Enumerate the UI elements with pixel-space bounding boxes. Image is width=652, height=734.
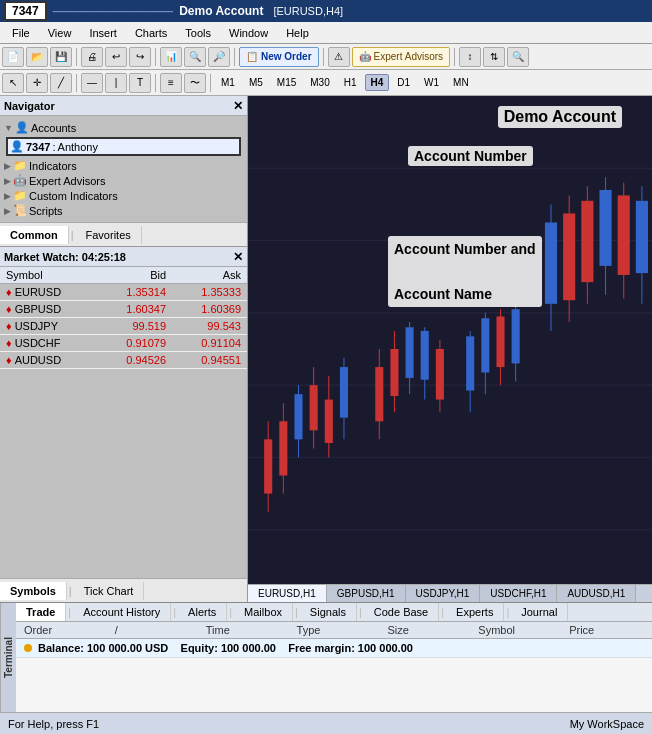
sym-arrow-gbpusd: ♦ [6, 303, 12, 315]
toolbar-alert[interactable]: ⚠ [328, 47, 350, 67]
market-watch-close-button[interactable]: ✕ [233, 250, 243, 264]
tf-w1[interactable]: W1 [418, 74, 445, 91]
terminal-tab-signals[interactable]: Signals [300, 603, 357, 621]
toolbar-redo[interactable]: ↪ [129, 47, 151, 67]
terminal-tab-codebase[interactable]: Code Base [364, 603, 439, 621]
nav-scripts[interactable]: ▶ 📜 Scripts [2, 203, 245, 218]
tf-d1[interactable]: D1 [391, 74, 416, 91]
terminal-side-label[interactable]: Terminal [0, 603, 16, 712]
vline-tool[interactable]: | [105, 73, 127, 93]
menu-window[interactable]: Window [221, 25, 276, 41]
nav-tab-common[interactable]: Common [0, 226, 69, 244]
chart-tab-eurusd[interactable]: EURUSD,H1 [248, 585, 327, 602]
toolbar-open[interactable]: 📂 [26, 47, 48, 67]
terminal-tab-experts[interactable]: Experts [446, 603, 504, 621]
svg-rect-42 [581, 201, 593, 282]
menu-charts[interactable]: Charts [127, 25, 175, 41]
toolbar-b3[interactable]: 🔍 [507, 47, 529, 67]
svg-rect-24 [406, 327, 414, 378]
toolbar-zoom-out[interactable]: 🔎 [208, 47, 230, 67]
table-row[interactable]: ♦GBPUSD 1.60347 1.60369 [0, 301, 247, 318]
toolbar-zoom-in[interactable]: 🔍 [184, 47, 206, 67]
table-row[interactable]: ♦AUDUSD 0.94526 0.94551 [0, 352, 247, 369]
toolbar-print[interactable]: 🖨 [81, 47, 103, 67]
line-tool[interactable]: ╱ [50, 73, 72, 93]
terminal-tab-trade[interactable]: Trade [16, 603, 66, 621]
mw-table-header: Symbol Bid Ask [0, 267, 247, 284]
terminal-tab-history[interactable]: Account History [73, 603, 171, 621]
ea-expand-icon: ▶ [4, 176, 11, 186]
new-order-button[interactable]: 📋 New Order [239, 47, 319, 67]
tf-m30[interactable]: M30 [304, 74, 335, 91]
nav-indicators[interactable]: ▶ 📁 Indicators [2, 158, 245, 173]
ask-usdjpy: 99.543 [172, 318, 247, 335]
menu-view[interactable]: View [40, 25, 80, 41]
tf-m1[interactable]: M1 [215, 74, 241, 91]
ask-gbpusd: 1.60369 [172, 301, 247, 318]
table-row[interactable]: ♦EURUSD 1.35314 1.35333 [0, 284, 247, 301]
sep1 [76, 48, 77, 66]
svg-rect-34 [496, 316, 504, 367]
nav-custom-indicators[interactable]: ▶ 📁 Custom Indicators [2, 188, 245, 203]
ea-folder-icon: 🤖 [13, 174, 27, 187]
menu-bar: File View Insert Charts Tools Window Hel… [0, 22, 652, 44]
toolbar-undo[interactable]: ↩ [105, 47, 127, 67]
menu-insert[interactable]: Insert [81, 25, 125, 41]
text-tool[interactable]: T [129, 73, 151, 93]
menu-file[interactable]: File [4, 25, 38, 41]
cursor-tool[interactable]: ↖ [2, 73, 24, 93]
bid-usdchf: 0.91079 [97, 335, 172, 352]
expand-icon: ▼ [4, 123, 13, 133]
crosshair-tool[interactable]: ✛ [26, 73, 48, 93]
svg-rect-32 [481, 318, 489, 372]
order-col-symbol: Symbol [470, 622, 561, 638]
toolbar-chart[interactable]: 📊 [160, 47, 182, 67]
terminal-tab-alerts[interactable]: Alerts [178, 603, 227, 621]
market-watch-table: Symbol Bid Ask ♦EURUSD 1.35314 1.35333 [0, 267, 247, 369]
toolbar-new[interactable]: 📄 [2, 47, 24, 67]
mw-tab-tickchart[interactable]: Tick Chart [74, 582, 145, 600]
mw-tab-symbols[interactable]: Symbols [0, 582, 67, 600]
tf-m5[interactable]: M5 [243, 74, 269, 91]
terminal-tab-mailbox[interactable]: Mailbox [234, 603, 293, 621]
expert-advisors-button[interactable]: 🤖 Expert Advisors [352, 47, 450, 67]
navigator-close-button[interactable]: ✕ [233, 99, 243, 113]
table-row[interactable]: ♦USDCHF 0.91079 0.91104 [0, 335, 247, 352]
toolbar-b2[interactable]: ⇅ [483, 47, 505, 67]
scripts-expand-icon: ▶ [4, 206, 11, 216]
fib-tool[interactable]: ≡ [160, 73, 182, 93]
hline-tool[interactable]: — [81, 73, 103, 93]
account-separator: : [52, 141, 55, 153]
tf-mn[interactable]: MN [447, 74, 475, 91]
signal-dot [24, 642, 35, 654]
indicators-label: Indicators [29, 160, 77, 172]
table-row[interactable]: ♦USDJPY 99.519 99.543 [0, 318, 247, 335]
ci-label: Custom Indicators [29, 190, 118, 202]
account-name-display: Anthony [58, 141, 98, 153]
indicators-expand-icon: ▶ [4, 161, 11, 171]
toolbar-b1[interactable]: ↕ [459, 47, 481, 67]
terminal-tab-journal[interactable]: Journal [511, 603, 568, 621]
toolbar-save[interactable]: 💾 [50, 47, 72, 67]
tf-h4[interactable]: H4 [365, 74, 390, 91]
nav-root-item[interactable]: ▼ 👤 Accounts [2, 120, 245, 135]
chart-tab-audusd[interactable]: AUDUSD,H1 [557, 585, 636, 602]
svg-rect-22 [390, 349, 398, 396]
menu-help[interactable]: Help [278, 25, 317, 41]
wave-tool[interactable]: 〜 [184, 73, 206, 93]
chart-tab-usdjpy[interactable]: USDJPY,H1 [406, 585, 481, 602]
bid-audusd: 0.94526 [97, 352, 172, 369]
nav-expert-advisors[interactable]: ▶ 🤖 Expert Advisors [2, 173, 245, 188]
nav-tab-favorites[interactable]: Favorites [76, 226, 142, 244]
order-header: Order / Time Type Size Symbol Price [16, 622, 652, 639]
tf-h1[interactable]: H1 [338, 74, 363, 91]
menu-tools[interactable]: Tools [177, 25, 219, 41]
chart-tab-gbpusd[interactable]: GBPUSD,H1 [327, 585, 406, 602]
expert-label: Expert Advisors [374, 51, 443, 62]
tf-m15[interactable]: M15 [271, 74, 302, 91]
expert-icon: 🤖 [359, 51, 371, 62]
account-item[interactable]: 👤 7347 : Anthony [8, 139, 239, 154]
chart-tab-bar: EURUSD,H1 GBPUSD,H1 USDJPY,H1 USDCHF,H1 … [248, 584, 652, 602]
navigator-tabs: Common | Favorites [0, 222, 247, 246]
chart-tab-usdchf[interactable]: USDCHF,H1 [480, 585, 557, 602]
